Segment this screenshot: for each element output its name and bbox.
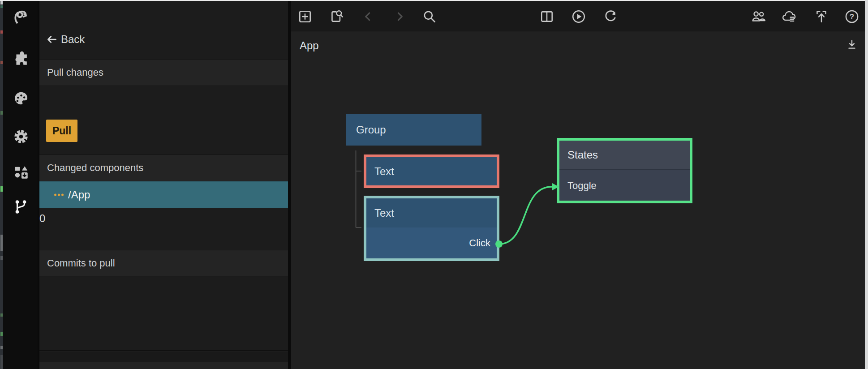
pull-changes-body: You are about to pull down remote change… bbox=[39, 86, 288, 154]
commit-list[interactable]: Did some changes MC Fri, Apr 30, 01:19 P… bbox=[39, 276, 288, 351]
refresh-icon[interactable] bbox=[602, 9, 618, 24]
breadcrumb: App bbox=[300, 39, 319, 52]
changed-components-header: Changed components bbox=[39, 154, 288, 181]
panel-footer bbox=[39, 352, 288, 369]
background-window-sliver bbox=[0, 0, 3, 369]
back-arrow-icon bbox=[46, 34, 58, 45]
help-icon[interactable]: ? bbox=[844, 9, 859, 24]
nav-back-icon[interactable] bbox=[361, 9, 376, 24]
node-group[interactable]: Group bbox=[346, 114, 481, 146]
pull-changes-title: Pull changes bbox=[47, 67, 103, 78]
noodl-editor-window: Back Pull changes You are about to pull … bbox=[0, 0, 868, 369]
version-control-panel: Back Pull changes You are about to pull … bbox=[39, 0, 288, 369]
window-right-edge bbox=[865, 0, 868, 369]
styles-palette-icon[interactable] bbox=[13, 90, 30, 107]
back-button[interactable]: Back bbox=[39, 0, 288, 59]
node-states-port-row: Toggle bbox=[559, 171, 690, 201]
node-text-1-label: Text bbox=[374, 165, 394, 178]
activity-bar-divider bbox=[38, 0, 39, 369]
debug-zero-text: 0 bbox=[39, 212, 45, 225]
split-view-icon[interactable] bbox=[539, 9, 554, 24]
components-icon[interactable] bbox=[13, 164, 30, 181]
node-states-label: States bbox=[567, 149, 598, 161]
click-output-port-label: Click bbox=[469, 237, 490, 249]
commits-to-pull-header: Commits to pull bbox=[39, 250, 288, 276]
changed-components-title: Changed components bbox=[47, 162, 143, 174]
pull-button[interactable]: Pull bbox=[46, 120, 77, 142]
commits-to-pull-title: Commits to pull bbox=[47, 257, 115, 269]
component-search-icon[interactable] bbox=[329, 9, 344, 24]
settings-gear-icon[interactable] bbox=[13, 128, 30, 145]
node-group-label: Group bbox=[356, 124, 386, 136]
back-label: Back bbox=[61, 33, 85, 46]
nav-forward-icon[interactable] bbox=[392, 9, 407, 24]
changed-component-row-app[interactable]: /App bbox=[39, 181, 288, 208]
svg-text:?: ? bbox=[850, 13, 854, 21]
toggle-input-port-label: Toggle bbox=[567, 180, 597, 192]
noodl-logo-icon[interactable] bbox=[13, 9, 30, 26]
panel-canvas-divider bbox=[288, 0, 291, 369]
canvas-toolbar: ? bbox=[291, 0, 865, 31]
preview-play-icon[interactable] bbox=[571, 9, 586, 24]
node-states[interactable]: States Toggle bbox=[557, 138, 692, 203]
download-icon[interactable] bbox=[846, 39, 858, 50]
next-section-strip bbox=[39, 362, 288, 369]
node-text-2-port-row: Click bbox=[366, 227, 497, 258]
version-control-branch-icon[interactable] bbox=[13, 198, 30, 215]
ellipsis-icon bbox=[54, 194, 64, 196]
node-text-2-label: Text bbox=[374, 207, 394, 219]
click-output-port-dot[interactable] bbox=[495, 240, 503, 248]
node-text-1[interactable]: Text bbox=[364, 154, 499, 188]
node-text-2[interactable]: Text Click bbox=[364, 196, 499, 261]
changed-component-label: /App bbox=[68, 189, 90, 201]
collaborators-icon[interactable] bbox=[751, 9, 766, 24]
node-states-header: States bbox=[559, 141, 690, 170]
node-text-2-header: Text bbox=[366, 198, 497, 227]
add-node-icon[interactable] bbox=[297, 9, 313, 24]
activity-bar bbox=[3, 0, 38, 369]
window-top-edge bbox=[0, 0, 868, 1]
pull-changes-header: Pull changes bbox=[39, 59, 288, 86]
deploy-upload-icon[interactable] bbox=[814, 9, 829, 24]
search-icon[interactable] bbox=[422, 9, 437, 24]
plugins-puzzle-icon[interactable] bbox=[13, 50, 30, 67]
cloud-services-icon[interactable] bbox=[781, 9, 796, 24]
